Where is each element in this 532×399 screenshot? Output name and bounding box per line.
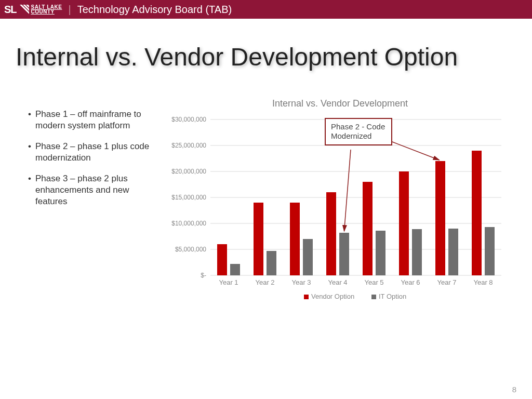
svg-rect-30 [376,231,385,275]
svg-line-46 [392,142,440,160]
logo-line2: COUNTY [31,9,62,14]
svg-rect-39 [485,227,495,275]
annotation-text: Phase 2 - Code Modernized [331,122,385,141]
svg-text:Year 7: Year 7 [437,278,456,286]
svg-text:Year 8: Year 8 [473,278,493,286]
svg-text:Year 4: Year 4 [328,278,347,286]
logo-stripes-icon [20,5,29,14]
svg-text:$15,000,000: $15,000,000 [171,194,206,201]
header-bar: SL SALT LAKE COUNTY | Technology Advisor… [0,0,532,19]
svg-text:IT Option: IT Option [379,292,406,300]
list-item: Phase 2 – phase 1 plus code modernizatio… [26,141,153,164]
chart-annotation: Phase 2 - Code Modernized [325,118,392,146]
svg-rect-43 [371,295,376,299]
svg-text:Year 3: Year 3 [291,278,311,286]
logo-sl-text: SL [4,4,17,16]
svg-rect-23 [290,203,300,275]
svg-text:$5,000,000: $5,000,000 [175,246,206,253]
svg-rect-27 [339,233,349,275]
svg-text:$10,000,000: $10,000,000 [171,220,206,227]
svg-rect-21 [267,251,276,275]
svg-rect-26 [326,192,336,275]
svg-text:$20,000,000: $20,000,000 [171,168,206,175]
svg-rect-32 [399,171,409,275]
page-number: 8 [512,385,516,394]
svg-rect-35 [435,161,445,275]
header-divider: | [68,4,71,16]
svg-text:$-: $- [201,272,206,279]
list-item: Phase 1 – off mainframe to modern system… [26,109,153,131]
svg-rect-20 [254,203,263,275]
svg-text:$30,000,000: $30,000,000 [171,116,206,123]
page-title: Internal vs. Vendor Development Option [16,42,516,72]
svg-text:Year 1: Year 1 [219,278,238,286]
list-item: Phase 3 – phase 2 plus enhancements and … [26,173,153,207]
svg-text:Year 6: Year 6 [401,278,420,286]
svg-text:Year 2: Year 2 [255,278,274,286]
svg-line-45 [344,150,351,231]
svg-rect-33 [412,229,422,275]
svg-rect-36 [448,229,458,275]
svg-text:Vendor Option: Vendor Option [311,292,354,300]
svg-rect-18 [230,264,240,275]
logo: SL SALT LAKE COUNTY [4,4,62,16]
bullet-list: Phase 1 – off mainframe to modern system… [26,98,153,314]
svg-text:$25,000,000: $25,000,000 [171,142,206,149]
svg-text:Year 5: Year 5 [364,278,383,286]
svg-rect-38 [472,151,482,275]
chart-container: Internal vs. Vendor Development $-$5,000… [164,98,516,314]
content-row: Phase 1 – off mainframe to modern system… [0,88,532,314]
svg-rect-17 [217,244,227,275]
svg-rect-41 [304,295,309,299]
svg-rect-24 [303,239,313,275]
header-title: Technology Advisory Board (TAB) [77,4,232,16]
svg-rect-29 [363,182,373,275]
chart-title: Internal vs. Vendor Development [164,98,516,109]
